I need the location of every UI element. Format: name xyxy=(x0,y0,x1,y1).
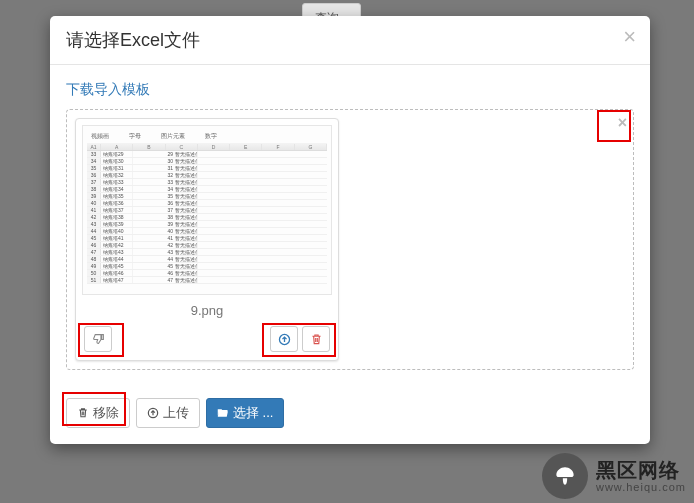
folder-open-icon xyxy=(217,407,229,419)
watermark-text-en: www.heiqu.com xyxy=(596,481,686,493)
download-template-link[interactable]: 下载导入模板 xyxy=(66,81,634,99)
thumb-row: 39纳雍塔3535 暂无描述信息 xyxy=(87,193,327,200)
thumb-row: 35纳雍塔3131 暂无描述信息 xyxy=(87,165,327,172)
preview-footer xyxy=(82,322,332,354)
modal-title: 请选择Excel文件 xyxy=(66,30,200,50)
thumb-tab: 字母 xyxy=(129,132,141,141)
highlight-box xyxy=(597,110,631,142)
thumb-row: 43纳雍塔3939 暂无描述信息 xyxy=(87,221,327,228)
upload-button-label: 上传 xyxy=(163,404,189,422)
mushroom-icon xyxy=(552,463,578,489)
file-thumbnail: 视频画 字母 图片元素 数字 A1 A B C D E F G xyxy=(82,125,332,295)
thumb-row: 38纳雍塔3434 暂无描述信息 xyxy=(87,186,327,193)
thumb-row: 48纳雍塔4444 暂无描述信息 xyxy=(87,256,327,263)
excel-upload-modal: 请选择Excel文件 × 下载导入模板 × 视频画 字母 图片元素 数字 A1 … xyxy=(50,16,650,444)
browse-button[interactable]: 选择 ... xyxy=(206,398,284,428)
file-dropzone[interactable]: × 视频画 字母 图片元素 数字 A1 A B C D xyxy=(66,109,634,370)
thumb-row: 45纳雍塔4141 暂无描述信息 xyxy=(87,235,327,242)
thumb-row: 34纳雍塔3030 暂无描述信息 xyxy=(87,158,327,165)
thumb-tab: 图片元素 xyxy=(161,132,185,141)
thumb-row: 51纳雍塔4747 暂无描述信息 xyxy=(87,277,327,284)
highlight-box xyxy=(262,323,336,357)
upload-icon xyxy=(147,407,159,419)
thumb-column-header: A1 A B C D E F G xyxy=(87,143,327,151)
thumb-tab: 数字 xyxy=(205,132,217,141)
modal-close-button[interactable]: × xyxy=(623,26,636,48)
thumb-tab: 视频画 xyxy=(91,132,109,141)
thumb-row: 42纳雍塔3838 暂无描述信息 xyxy=(87,214,327,221)
modal-header: 请选择Excel文件 × xyxy=(50,16,650,65)
thumb-cell-ref: A1 xyxy=(87,144,101,150)
highlight-box xyxy=(62,392,126,426)
file-name-label: 9.png xyxy=(82,295,332,322)
thumb-tabs: 视频画 字母 图片元素 数字 xyxy=(87,130,327,143)
thumb-row: 37纳雍塔3333 暂无描述信息 xyxy=(87,179,327,186)
thumb-row: 46纳雍塔4242 暂无描述信息 xyxy=(87,242,327,249)
thumb-row: 33纳雍塔2929 暂无描述信息 xyxy=(87,151,327,158)
modal-footer: 移除 上传 选择 ... xyxy=(50,386,650,444)
thumb-row: 50纳雍塔4646 暂无描述信息 xyxy=(87,270,327,277)
thumb-row: 36纳雍塔3232 暂无描述信息 xyxy=(87,172,327,179)
thumb-row: 44纳雍塔4040 暂无描述信息 xyxy=(87,228,327,235)
highlight-box xyxy=(78,323,124,357)
thumb-row: 49纳雍塔4545 暂无描述信息 xyxy=(87,263,327,270)
watermark-text-cn: 黑区网络 xyxy=(596,459,686,481)
file-preview-card: 视频画 字母 图片元素 数字 A1 A B C D E F G xyxy=(75,118,339,361)
thumb-row: 41纳雍塔3737 暂无描述信息 xyxy=(87,207,327,214)
watermark-logo xyxy=(542,453,588,499)
thumb-row: 47纳雍塔4343 暂无描述信息 xyxy=(87,249,327,256)
thumb-row: 40纳雍塔3636 暂无描述信息 xyxy=(87,200,327,207)
browse-button-label: 选择 ... xyxy=(233,404,273,422)
watermark: 黑区网络 www.heiqu.com xyxy=(542,453,686,499)
modal-body: 下载导入模板 × 视频画 字母 图片元素 数字 A1 A B C xyxy=(50,65,650,386)
upload-button[interactable]: 上传 xyxy=(136,398,200,428)
